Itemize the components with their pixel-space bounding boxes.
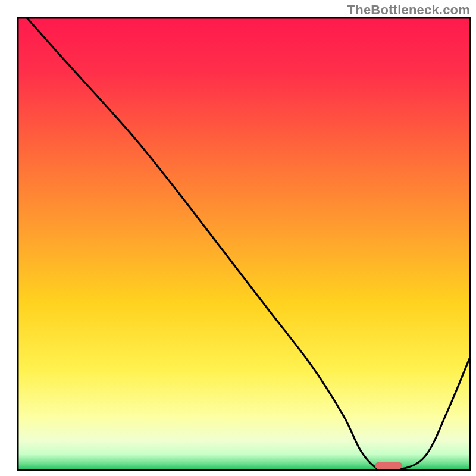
optimal-marker — [375, 462, 402, 469]
heat-gradient-background — [18, 18, 470, 470]
watermark-text: TheBottleneck.com — [347, 2, 470, 18]
bottleneck-chart — [0, 0, 476, 476]
chart-container: TheBottleneck.com — [0, 0, 476, 476]
